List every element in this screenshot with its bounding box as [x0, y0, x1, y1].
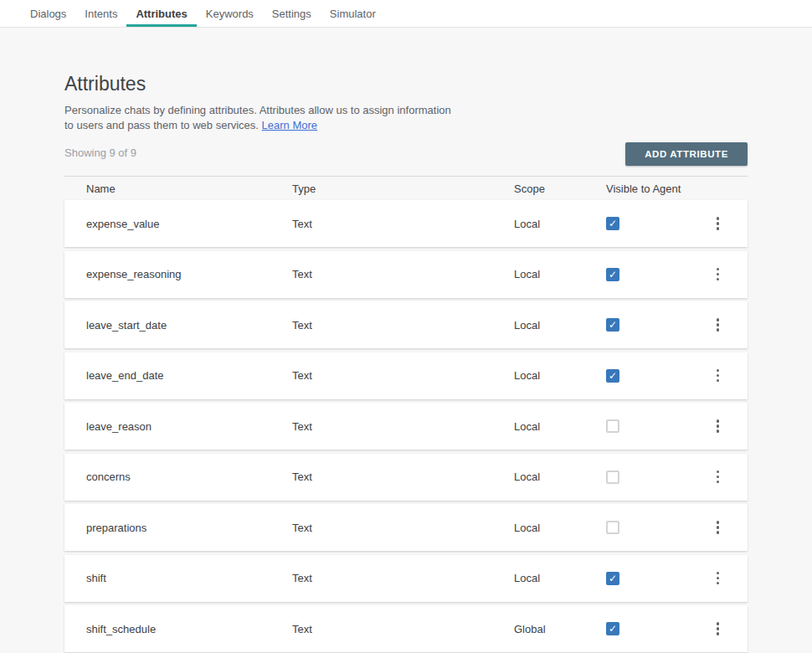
visible-to-agent-checkbox[interactable]: ✓: [606, 521, 619, 534]
kebab-menu-icon[interactable]: [712, 366, 725, 386]
attribute-scope: Local: [514, 268, 606, 280]
tab-label: Simulator: [330, 8, 376, 20]
attribute-row[interactable]: shift_schedule Text Global ✓: [64, 605, 748, 652]
add-attribute-button[interactable]: ADD ATTRIBUTE: [625, 142, 748, 166]
tab-label: Settings: [272, 8, 311, 20]
attribute-name: shift: [64, 572, 292, 584]
learn-more-link[interactable]: Learn More: [262, 119, 317, 131]
attribute-name: preparations: [64, 522, 292, 534]
check-icon: ✓: [609, 371, 617, 381]
attribute-row[interactable]: leave_start_date Text Local ✓: [64, 301, 748, 348]
kebab-menu-icon[interactable]: [712, 467, 725, 487]
tab-attributes[interactable]: Attributes: [126, 0, 196, 27]
visible-to-agent-checkbox[interactable]: ✓: [606, 318, 619, 332]
attribute-type: Text: [292, 420, 514, 433]
attribute-name: leave_start_date: [64, 319, 292, 332]
visible-to-agent-checkbox[interactable]: ✓: [606, 369, 619, 383]
kebab-menu-icon[interactable]: [712, 517, 725, 537]
attribute-row[interactable]: expense_value Text Local ✓: [64, 200, 748, 247]
attribute-scope: Local: [514, 218, 606, 230]
column-header-scope: Scope: [514, 183, 606, 195]
kebab-menu-icon[interactable]: [712, 416, 725, 436]
attribute-type: Text: [292, 522, 514, 534]
tab-keywords[interactable]: Keywords: [197, 0, 263, 27]
attribute-row[interactable]: shift Text Local ✓: [64, 555, 748, 602]
attribute-type: Text: [292, 319, 514, 332]
attribute-type: Text: [292, 218, 514, 230]
attribute-type: Text: [292, 623, 514, 635]
attribute-scope: Global: [514, 623, 606, 635]
tab-label: Dialogs: [30, 8, 66, 20]
tab-intents[interactable]: Intents: [75, 0, 126, 27]
kebab-menu-icon[interactable]: [712, 265, 725, 285]
attribute-name: leave_reason: [64, 420, 292, 433]
attribute-row[interactable]: leave_reason Text Local ✓: [64, 403, 748, 450]
attributes-page: Attributes Personalize chats by defining…: [64, 72, 748, 652]
attribute-type: Text: [292, 572, 514, 584]
tab-dialogs[interactable]: Dialogs: [21, 0, 75, 27]
tab-simulator[interactable]: Simulator: [321, 0, 385, 27]
attribute-scope: Local: [514, 572, 606, 584]
check-icon: ✓: [609, 219, 617, 229]
attribute-type: Text: [292, 369, 514, 382]
kebab-menu-icon[interactable]: [712, 619, 725, 639]
tab-label: Keywords: [206, 8, 254, 20]
visible-to-agent-checkbox[interactable]: ✓: [606, 622, 619, 635]
active-tab-indicator: [126, 24, 196, 27]
check-icon: ✓: [609, 624, 617, 634]
attribute-scope: Local: [514, 369, 606, 382]
attribute-scope: Local: [514, 522, 606, 534]
column-header-visible: Visible to Agent: [606, 183, 677, 195]
kebab-menu-icon[interactable]: [712, 213, 725, 234]
visible-to-agent-checkbox[interactable]: ✓: [606, 268, 619, 281]
column-header-type: Type: [292, 183, 514, 195]
top-tab-bar: DialogsIntentsAttributesKeywordsSettings…: [0, 0, 812, 28]
tab-settings[interactable]: Settings: [263, 0, 321, 27]
page-title: Attributes: [64, 72, 748, 95]
table-body: expense_value Text Local ✓ expense_reaso…: [64, 200, 748, 652]
visible-to-agent-checkbox[interactable]: ✓: [606, 419, 619, 433]
attribute-type: Text: [292, 268, 514, 280]
attribute-row[interactable]: concerns Text Local ✓: [64, 454, 748, 501]
attribute-name: expense_value: [64, 218, 292, 230]
description-text: Personalize chats by defining attributes…: [64, 104, 451, 131]
attribute-name: expense_reasoning: [64, 268, 292, 280]
attribute-scope: Local: [514, 420, 606, 433]
column-header-name: Name: [64, 183, 292, 195]
attribute-name: concerns: [64, 470, 292, 483]
tab-label: Intents: [85, 8, 117, 20]
attribute-row[interactable]: leave_end_date Text Local ✓: [64, 352, 748, 399]
check-icon: ✓: [609, 320, 617, 330]
visible-to-agent-checkbox[interactable]: ✓: [606, 217, 619, 230]
attribute-name: leave_end_date: [64, 369, 292, 382]
check-icon: ✓: [609, 270, 617, 280]
kebab-menu-icon[interactable]: [712, 315, 725, 335]
attribute-name: shift_schedule: [64, 623, 292, 635]
page-description: Personalize chats by defining attributes…: [64, 103, 460, 132]
tab-label: Attributes: [136, 8, 187, 20]
table-header-row: Name Type Scope Visible to Agent: [64, 176, 748, 200]
attributes-table: Name Type Scope Visible to Agent expense…: [64, 176, 748, 652]
kebab-menu-icon[interactable]: [712, 568, 725, 589]
attribute-type: Text: [292, 470, 514, 483]
attribute-scope: Local: [514, 319, 606, 332]
check-icon: ✓: [609, 573, 617, 584]
attribute-scope: Local: [514, 470, 606, 483]
visible-to-agent-checkbox[interactable]: ✓: [606, 572, 619, 585]
visible-to-agent-checkbox[interactable]: ✓: [606, 470, 619, 484]
attribute-row[interactable]: expense_reasoning Text Local ✓: [64, 251, 748, 298]
attribute-row[interactable]: preparations Text Local ✓: [64, 504, 748, 551]
